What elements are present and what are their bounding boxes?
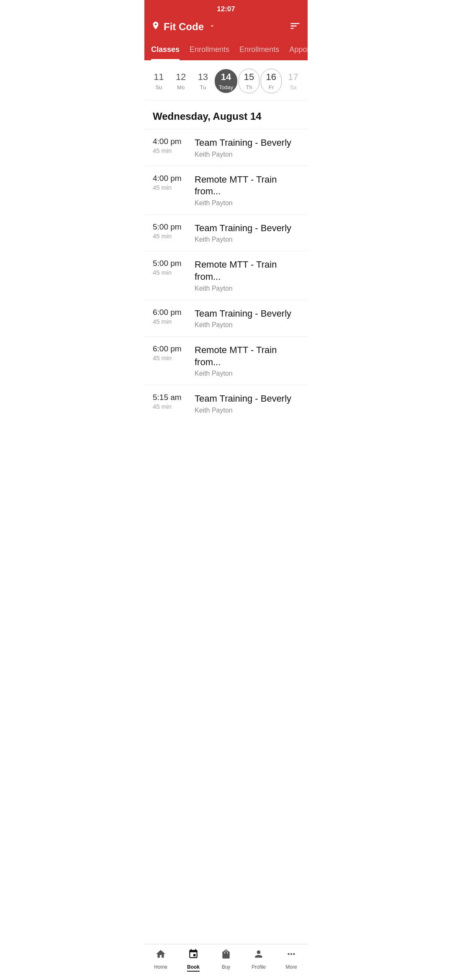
class-time-0: 4:00 pm 45 min	[153, 137, 195, 154]
filter-button[interactable]	[289, 20, 301, 34]
class-time-3: 5:00 pm 45 min	[153, 259, 195, 276]
location-selector[interactable]: Fit Code	[151, 21, 216, 33]
class-info-5: Remote MTT - Train from... Keith Payton	[195, 344, 299, 377]
class-item-6[interactable]: 5:15 am 45 min Team Training - Beverly K…	[144, 385, 308, 422]
class-time-1: 4:00 pm 45 min	[153, 174, 195, 191]
class-info-2: Team Training - Beverly Keith Payton	[195, 222, 299, 244]
class-time-2: 5:00 pm 45 min	[153, 222, 195, 240]
class-info-1: Remote MTT - Train from... Keith Payton	[195, 174, 299, 207]
app-header: Fit Code	[144, 17, 308, 40]
chevron-down-icon	[209, 23, 216, 31]
class-item-1[interactable]: 4:00 pm 45 min Remote MTT - Train from..…	[144, 166, 308, 214]
class-time-6: 5:15 am 45 min	[153, 393, 195, 410]
tab-appointments[interactable]: Appoint...	[289, 40, 308, 60]
tab-classes[interactable]: Classes	[151, 40, 180, 60]
calendar-day-14-today[interactable]: 14 Today	[215, 69, 238, 93]
calendar-day-12[interactable]: 12 Mo	[170, 69, 191, 93]
calendar-day-13[interactable]: 13 Tu	[193, 69, 213, 93]
tab-enrollments-2[interactable]: Enrollments	[239, 40, 279, 60]
class-info-6: Team Training - Beverly Keith Payton	[195, 393, 299, 414]
class-item-3[interactable]: 5:00 pm 45 min Remote MTT - Train from..…	[144, 251, 308, 299]
calendar-day-11[interactable]: 11 Su	[148, 69, 169, 93]
calendar-day-15[interactable]: 15 Th	[239, 69, 259, 93]
class-item-0[interactable]: 4:00 pm 45 min Team Training - Beverly K…	[144, 129, 308, 166]
calendar-strip: 11 Su 12 Mo 13 Tu 14 Today 15 Th 16 Fr 1…	[144, 60, 308, 101]
class-item-2[interactable]: 5:00 pm 45 min Team Training - Beverly K…	[144, 214, 308, 251]
class-time-4: 6:00 pm 45 min	[153, 308, 195, 325]
class-info-3: Remote MTT - Train from... Keith Payton	[195, 259, 299, 292]
calendar-day-17[interactable]: 17 Sa	[283, 69, 304, 93]
app-title: Fit Code	[164, 21, 204, 33]
class-info-0: Team Training - Beverly Keith Payton	[195, 137, 299, 158]
calendar-day-16[interactable]: 16 Fr	[261, 69, 282, 93]
class-item-4[interactable]: 6:00 pm 45 min Team Training - Beverly K…	[144, 300, 308, 337]
class-info-4: Team Training - Beverly Keith Payton	[195, 308, 299, 329]
location-icon	[151, 21, 160, 33]
date-heading: Wednesday, August 14	[144, 101, 308, 129]
tab-bar: Classes Enrollments Enrollments Appoint.…	[144, 40, 308, 60]
tab-enrollments-1[interactable]: Enrollments	[190, 40, 229, 60]
class-time-5: 6:00 pm 45 min	[153, 344, 195, 361]
class-item-5[interactable]: 6:00 pm 45 min Remote MTT - Train from..…	[144, 336, 308, 385]
status-time: 12:07	[217, 5, 235, 13]
content-area: 11 Su 12 Mo 13 Tu 14 Today 15 Th 16 Fr 1…	[144, 60, 308, 455]
status-bar: 12:07	[144, 0, 308, 17]
class-list: 4:00 pm 45 min Team Training - Beverly K…	[144, 129, 308, 422]
